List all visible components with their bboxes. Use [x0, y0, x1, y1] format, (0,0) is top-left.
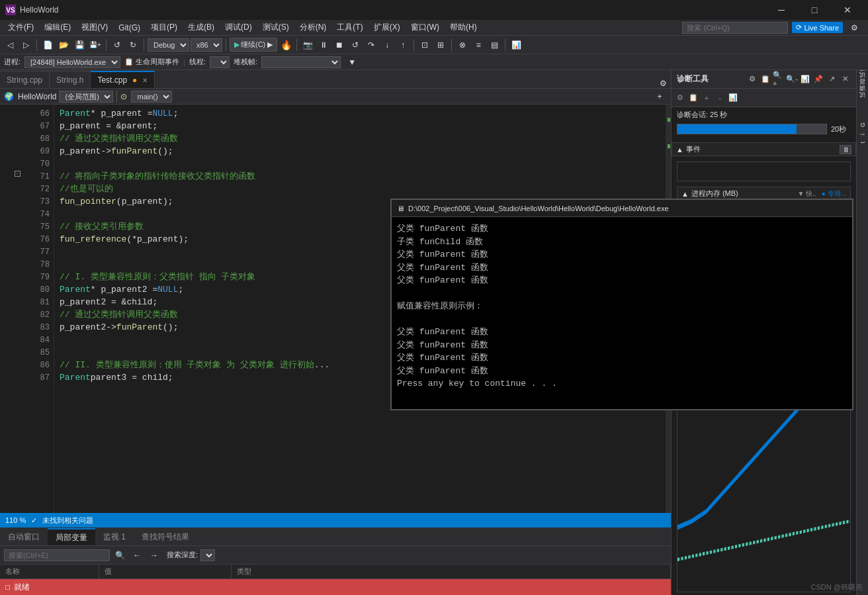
tab-string-cpp[interactable]: String.cpp	[0, 71, 50, 88]
code-line-70	[60, 158, 660, 170]
editor-settings-icon[interactable]: ⚙	[656, 79, 671, 88]
green-mark-2	[668, 144, 670, 148]
add-method-button[interactable]: +	[652, 89, 667, 104]
console-content[interactable]: 父类 funParent 函数 子类 funChild 函数 父类 funPar…	[392, 217, 852, 409]
breakpoints-button[interactable]: ⊗	[455, 38, 470, 52]
method-select[interactable]: main()	[131, 91, 172, 103]
thread-button[interactable]: ≡	[471, 38, 486, 52]
vertical-label-2[interactable]: 试	[857, 80, 868, 85]
snapshot-button[interactable]: 📷	[300, 38, 315, 52]
step-into-specific-button[interactable]: ⊞	[433, 38, 448, 52]
minimize-button[interactable]: ─	[766, 0, 797, 20]
vertical-label-5[interactable]: 试	[857, 100, 868, 105]
diag-tool-zoom-out[interactable]: -	[714, 92, 726, 104]
process-select[interactable]: [24848] HelloWorld.exe	[24, 56, 120, 68]
undo-button[interactable]: ↺	[110, 38, 124, 52]
stack-nav-down[interactable]: ▼	[345, 55, 359, 69]
fold-71[interactable]: -	[13, 167, 21, 180]
bp-row-68	[0, 130, 13, 142]
debug-config-select[interactable]: Debug	[148, 38, 189, 52]
menu-project[interactable]: 项目(P)	[146, 20, 183, 36]
stop-button[interactable]: ⏹	[332, 38, 347, 52]
console-line-9: 父类 funParent 函数	[397, 326, 847, 339]
git-label-2[interactable]: i	[858, 131, 867, 138]
tab-string-h[interactable]: String.h	[50, 71, 91, 88]
step-out-button[interactable]: ↑	[396, 38, 410, 52]
restart-button[interactable]: ↺	[348, 38, 363, 52]
settings-icon[interactable]: ⚙	[847, 21, 861, 35]
diag-tool-zoom-in[interactable]: +	[701, 92, 713, 104]
forward-button[interactable]: ▷	[19, 38, 33, 52]
pause-button[interactable]: ⏸	[316, 38, 331, 52]
diag-report-icon[interactable]: 📋	[760, 73, 771, 85]
locals-forward-button[interactable]: →	[147, 548, 161, 563]
console-line-3: 父类 funParent 函数	[397, 248, 847, 261]
live-share-button[interactable]: ⟳ Live Share	[792, 22, 843, 33]
stack-button[interactable]: ▤	[487, 38, 501, 52]
diag-pin-icon[interactable]: 📌	[812, 73, 824, 85]
menu-edit[interactable]: 编辑(E)	[39, 20, 76, 36]
pause-events-button[interactable]: ⏸	[840, 145, 851, 154]
bottom-area: 自动窗口 局部变量 监视 1 查找符号结果 🔍 ← → 搜索深度:	[0, 527, 671, 595]
platform-select[interactable]: x86	[191, 38, 222, 52]
menu-extensions[interactable]: 扩展(X)	[369, 20, 406, 36]
fold-83	[13, 318, 21, 331]
events-header[interactable]: ▲ 事件 ⏸	[672, 142, 856, 156]
diag-float-icon[interactable]: ↗	[826, 73, 838, 85]
vertical-label-3[interactable]: 器	[857, 87, 868, 92]
diag-tool-report[interactable]: 📋	[687, 92, 699, 104]
save-all-button[interactable]: 💾+	[88, 38, 103, 52]
git-label[interactable]: G	[858, 120, 867, 130]
redo-button[interactable]: ↻	[126, 38, 140, 52]
step-into-button[interactable]: ↓	[380, 38, 394, 52]
stack-select[interactable]	[261, 56, 341, 68]
diag-close-icon[interactable]: ✕	[839, 73, 851, 85]
diag-chart-icon[interactable]: 📊	[799, 73, 811, 85]
menu-analyze[interactable]: 分析(N)	[294, 20, 332, 36]
menu-window[interactable]: 窗口(W)	[406, 20, 445, 36]
continue-button[interactable]: ▶ 继续(C) ▶	[230, 38, 277, 52]
locals-search-input[interactable]	[4, 549, 110, 561]
search-input[interactable]	[682, 22, 788, 34]
menu-test[interactable]: 测试(S)	[257, 20, 294, 36]
locals-back-button[interactable]: ←	[130, 548, 144, 563]
show-next-stmt-button[interactable]: ⊡	[417, 38, 432, 52]
back-button[interactable]: ◁	[3, 38, 17, 52]
diag-zoom-in-icon[interactable]: 🔍+	[773, 73, 785, 85]
tab-test-cpp[interactable]: Test.cpp ● ✕	[91, 71, 155, 88]
menu-view[interactable]: 视图(V)	[76, 20, 113, 36]
diagnostic-button[interactable]: 📊	[509, 38, 523, 52]
tab-bar: String.cpp String.h Test.cpp ● ✕ ⚙	[0, 70, 671, 89]
close-button[interactable]: ✕	[832, 0, 863, 20]
console-line-11: 父类 funParent 函数	[397, 351, 847, 365]
diag-settings-icon[interactable]: ⚙	[746, 73, 758, 85]
menu-file[interactable]: 文件(F)	[3, 20, 39, 36]
scope-select[interactable]: (全局范围)	[59, 91, 113, 103]
diag-zoom-out-icon[interactable]: 🔍-	[786, 73, 798, 85]
depth-select[interactable]	[200, 549, 215, 561]
save-button[interactable]: 💾	[72, 38, 87, 52]
menu-tools[interactable]: 工具(T)	[331, 20, 368, 36]
thread-select[interactable]	[210, 56, 230, 68]
diag-tool-settings[interactable]: ⚙	[674, 92, 686, 104]
tab-close-icon[interactable]: ✕	[142, 77, 148, 84]
maximize-button[interactable]: □	[799, 0, 830, 20]
bp-row-86	[0, 356, 13, 369]
menu-debug[interactable]: 调试(D)	[220, 20, 257, 36]
menu-build[interactable]: 生成(B)	[183, 20, 220, 36]
menu-help[interactable]: 帮助(H)	[445, 20, 482, 36]
open-button[interactable]: 📂	[56, 38, 71, 52]
tab-locals[interactable]: 局部变量	[48, 528, 95, 545]
tab-watch-1[interactable]: 监视 1	[95, 528, 134, 545]
vertical-label-1[interactable]: 调	[857, 73, 868, 79]
diag-tool-chart[interactable]: 📊	[727, 92, 739, 104]
tab-find-symbol[interactable]: 查找符号结果	[134, 528, 197, 545]
vertical-label-4[interactable]: 调	[857, 93, 868, 99]
new-file-button[interactable]: 📄	[40, 38, 55, 52]
tab-auto-window[interactable]: 自动窗口	[0, 528, 48, 545]
menu-git[interactable]: Git(G)	[113, 20, 146, 36]
locals-search-icon[interactable]: 🔍	[112, 548, 127, 563]
fold-72	[13, 180, 21, 193]
step-over-button[interactable]: ↷	[364, 38, 378, 52]
git-label-3[interactable]: t	[858, 139, 867, 146]
